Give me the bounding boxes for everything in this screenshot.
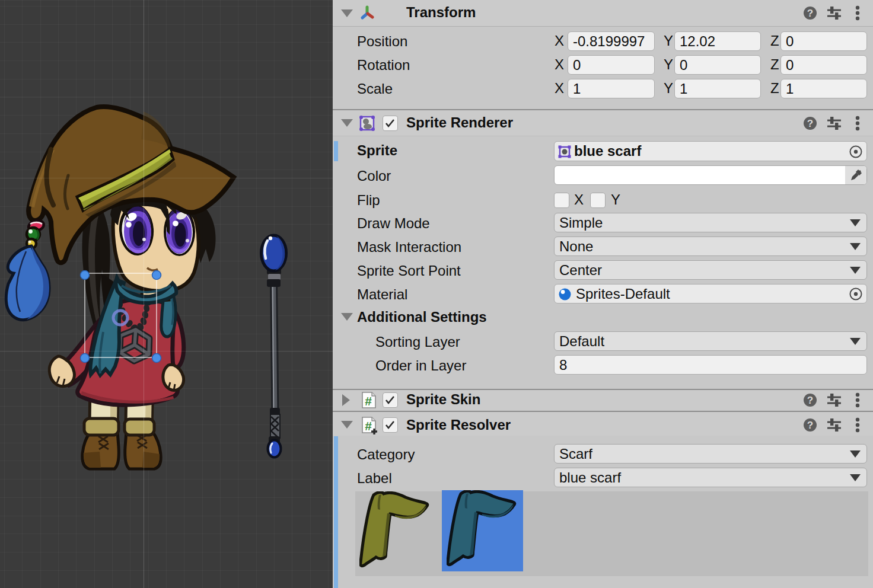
- svg-text:?: ?: [807, 395, 813, 406]
- svg-text:#: #: [365, 394, 372, 408]
- svg-text:#: #: [365, 419, 372, 433]
- svg-text:?: ?: [807, 118, 813, 129]
- svg-text:?: ?: [807, 420, 813, 431]
- svg-text:?: ?: [807, 8, 813, 19]
